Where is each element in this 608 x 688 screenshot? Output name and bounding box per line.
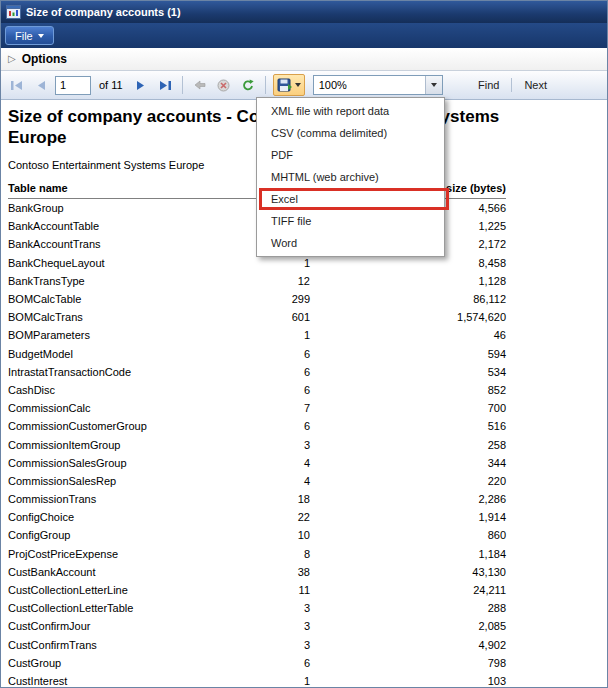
record-count-cell: 6 [253, 420, 310, 432]
record-count-cell: 8 [253, 548, 310, 560]
record-count-cell: 7 [253, 402, 310, 414]
size-bytes-cell: 8,458 [310, 257, 506, 269]
page-count-label: of 11 [99, 79, 123, 91]
last-page-icon [158, 80, 172, 91]
export-dropdown-caret-icon [295, 83, 301, 87]
toolbar-separator [182, 76, 183, 94]
table-name-cell: CommissionTrans [8, 493, 253, 505]
size-bytes-cell: 1,914 [310, 511, 506, 523]
zoom-dropdown-arrow-icon[interactable] [425, 76, 442, 94]
table-name-cell: CommissionCalc [8, 402, 253, 414]
table-name-cell: CustGroup [8, 657, 253, 669]
table-row: ConfigGroup 10 860 [8, 526, 506, 544]
titlebar: Size of company accounts (1) [1, 1, 607, 23]
table-row: CustGroup 6 798 [8, 654, 506, 672]
size-bytes-cell: 852 [310, 384, 506, 396]
toolbar-separator [265, 76, 266, 94]
table-name-cell: BOMCalcTable [8, 293, 253, 305]
size-bytes-cell: 103 [310, 675, 506, 687]
record-count-cell: 10 [253, 529, 310, 541]
record-count-cell: 6 [253, 366, 310, 378]
record-count-cell: 1 [253, 257, 310, 269]
table-row: CommissionCustomerGroup 6 516 [8, 417, 506, 435]
record-count-cell: 38 [253, 566, 310, 578]
table-name-cell: CommissionItemGroup [8, 439, 253, 451]
back-arrow-icon [193, 79, 207, 91]
file-menu-label: File [15, 30, 33, 42]
size-bytes-cell: 798 [310, 657, 506, 669]
table-name-cell: BankTransType [8, 275, 253, 287]
options-bar[interactable]: ▷ Options [1, 48, 607, 71]
table-name-cell: CustConfirmJour [8, 620, 253, 632]
table-row: CommissionCalc 7 700 [8, 399, 506, 417]
table-name-cell: BOMCalcTrans [8, 311, 253, 323]
export-menu-item[interactable]: Word [257, 232, 444, 254]
size-bytes-cell: 220 [310, 475, 506, 487]
table-row: BOMCalcTrans 601 1,574,620 [8, 308, 506, 326]
first-page-icon [10, 80, 24, 91]
export-menu-item[interactable]: MHTML (web archive) [257, 166, 444, 188]
record-count-cell: 11 [253, 584, 310, 596]
table-name-cell: CustCollectionLetterTable [8, 602, 253, 614]
record-count-cell: 3 [253, 602, 310, 614]
find-button[interactable]: Find [470, 79, 507, 91]
table-name-cell: CustInterest [8, 675, 253, 687]
table-name-cell: BudgetModel [8, 348, 253, 360]
table-row: BOMParameters 1 46 [8, 326, 506, 344]
page-number-input[interactable] [55, 76, 91, 95]
export-menu-item[interactable]: TIFF file [257, 210, 444, 232]
back-to-parent-button[interactable] [190, 75, 210, 95]
table-row: BudgetModel 6 594 [8, 345, 506, 363]
export-save-icon [277, 78, 292, 93]
table-name-cell: CustBankAccount [8, 566, 253, 578]
last-page-button[interactable] [155, 75, 175, 95]
refresh-icon [241, 79, 255, 92]
next-page-button[interactable] [131, 75, 151, 95]
options-label: Options [22, 52, 67, 66]
export-menu-item-label: Word [271, 237, 297, 249]
application-window: Size of company accounts (1) File ▷ Opti… [0, 0, 608, 688]
size-bytes-cell: 43,130 [310, 566, 506, 578]
size-bytes-cell: 1,184 [310, 548, 506, 560]
first-page-button[interactable] [7, 75, 27, 95]
record-count-cell: 6 [253, 657, 310, 669]
next-page-icon [135, 80, 146, 91]
export-menu-item-label: TIFF file [271, 215, 311, 227]
record-count-cell: 299 [253, 293, 310, 305]
size-bytes-cell: 1,574,620 [310, 311, 506, 323]
export-menu-item-label: PDF [271, 149, 293, 161]
find-next-button[interactable]: Next [516, 79, 555, 91]
export-button[interactable] [273, 74, 305, 96]
size-bytes-cell: 534 [310, 366, 506, 378]
table-row: CustInterest 1 103 [8, 672, 506, 688]
options-expander-icon[interactable]: ▷ [8, 54, 16, 64]
table-name-cell: CommissionCustomerGroup [8, 420, 253, 432]
refresh-button[interactable] [238, 75, 258, 95]
table-name-cell: CustConfirmTrans [8, 639, 253, 651]
window-title: Size of company accounts (1) [26, 6, 181, 18]
zoom-select[interactable]: 100% [313, 75, 443, 95]
export-menu-item[interactable]: XML file with report data [257, 100, 444, 122]
table-name-cell: CustCollectionLetterLine [8, 584, 253, 596]
stop-icon [217, 79, 230, 92]
stop-rendering-button[interactable] [214, 75, 234, 95]
table-row: CustConfirmTrans 3 4,902 [8, 636, 506, 654]
zoom-value: 100% [314, 79, 425, 91]
export-menu-item[interactable]: PDF [257, 144, 444, 166]
record-count-cell: 6 [253, 348, 310, 360]
file-menu-button[interactable]: File [5, 26, 54, 45]
record-count-cell: 3 [253, 639, 310, 651]
previous-page-button[interactable] [31, 75, 51, 95]
report-toolbar: of 11 [1, 71, 607, 100]
export-menu-item[interactable]: Excel [257, 188, 444, 210]
table-row: CommissionSalesGroup 4 344 [8, 454, 506, 472]
report-window-icon [6, 5, 21, 19]
record-count-cell: 3 [253, 439, 310, 451]
table-row: ConfigChoice 22 1,914 [8, 508, 506, 526]
table-row: CustCollectionLetterLine 11 24,211 [8, 581, 506, 599]
record-count-cell: 12 [253, 275, 310, 287]
export-menu-item[interactable]: CSV (comma delimited) [257, 122, 444, 144]
table-name-cell: ProjCostPriceExpense [8, 548, 253, 560]
record-count-cell: 1 [253, 329, 310, 341]
report-table: Table name size (bytes) BankGroup 4,566 … [8, 182, 506, 688]
